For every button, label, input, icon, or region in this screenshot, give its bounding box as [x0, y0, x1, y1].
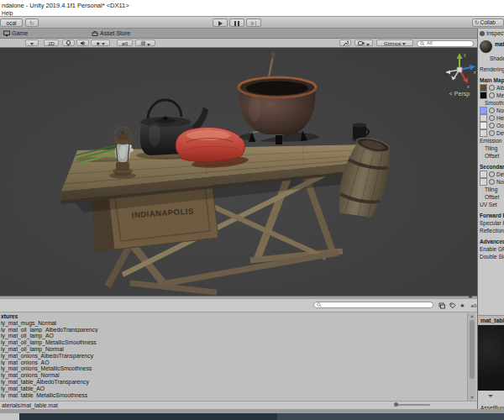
- inspector-row[interactable]: Albedo: [480, 84, 504, 92]
- scene-render[interactable]: INDIANAPOLIS: [0, 48, 477, 296]
- inspector-row[interactable]: Offset: [480, 193, 504, 201]
- search-by-type-icon[interactable]: [437, 302, 446, 310]
- project-item[interactable]: ly_mat_onions_AO: [0, 360, 467, 366]
- collab-button[interactable]: ↻Collab: [472, 18, 504, 27]
- gizmo-persp-label[interactable]: < Persp: [449, 91, 470, 97]
- project-folder-row[interactable]: xtures: [0, 313, 467, 320]
- chevron-down-icon: [366, 44, 370, 46]
- inspector-row-label: Height Map: [496, 114, 504, 122]
- project-item[interactable]: ly_mat_table_AO: [0, 386, 467, 392]
- texture-swatch[interactable]: [480, 122, 487, 129]
- inspector-row[interactable]: Height Map: [480, 114, 504, 122]
- tab-inspector[interactable]: Inspector: [477, 29, 504, 39]
- thumbnail-zoom-slider[interactable]: [395, 404, 430, 406]
- inspector-row[interactable]: Metallic: [480, 92, 504, 99]
- tool-settings-button[interactable]: [339, 39, 351, 46]
- scrollbar-handle[interactable]: [470, 320, 475, 379]
- texture-picker-icon[interactable]: [489, 92, 495, 98]
- texture-swatch[interactable]: [480, 92, 487, 99]
- project-item[interactable]: ly_mat_table_AlbedoTransparency: [0, 379, 467, 386]
- tab-game[interactable]: Game: [0, 29, 31, 39]
- texture-swatch[interactable]: [480, 114, 487, 122]
- project-scrollbar[interactable]: [467, 313, 475, 401]
- inspector-row[interactable]: UV Set: [480, 201, 504, 208]
- play-button[interactable]: [213, 18, 228, 27]
- inspector-row[interactable]: Reflections: [480, 227, 504, 234]
- collab-sync-icon[interactable]: ↻: [25, 18, 39, 27]
- inspector-row[interactable]: Normal Map: [480, 107, 504, 114]
- inspector-row[interactable]: Forward Rendering Options: [480, 212, 504, 219]
- inspector-row-label: Tiling: [480, 186, 497, 193]
- project-item[interactable]: ly_mat_oil_lamp_AO: [0, 333, 467, 339]
- scroll-down-icon[interactable]: [470, 396, 474, 399]
- scene-search-input[interactable]: All: [417, 40, 474, 47]
- texture-picker-icon[interactable]: [489, 130, 495, 136]
- scene-lighting-button[interactable]: [62, 39, 75, 46]
- chevron-down-icon[interactable]: [488, 395, 493, 397]
- pause-button[interactable]: [229, 18, 244, 27]
- draw-mode-dropdown[interactable]: [25, 39, 39, 46]
- favorites-star-icon[interactable]: ★: [459, 302, 466, 310]
- project-search-input[interactable]: [313, 302, 433, 308]
- toggle-2d-button[interactable]: 2D: [44, 39, 59, 46]
- project-item[interactable]: ly_mat_oil_lamp_MetallicSmoothness: [0, 339, 467, 346]
- material-preview-sphere: [480, 40, 492, 53]
- camera-settings-dropdown[interactable]: [354, 39, 373, 46]
- gizmos-dropdown[interactable]: Gizmos: [376, 39, 413, 46]
- grid-settings-dropdown[interactable]: [135, 39, 155, 46]
- shader-label[interactable]: Shader: [490, 55, 504, 61]
- slider-knob[interactable]: [394, 402, 398, 407]
- project-item[interactable]: ly_mat_onions_Normal: [0, 372, 467, 379]
- inspector-row[interactable]: Specular Highlights: [480, 219, 504, 227]
- main-toolbar: ocal ↻ ↻Collab: [0, 16, 504, 29]
- lock-icon[interactable]: [467, 293, 474, 298]
- texture-picker-icon[interactable]: [489, 85, 495, 91]
- inspector-row[interactable]: Main Maps: [480, 76, 504, 84]
- scene-visibility-button[interactable]: ø0: [117, 39, 133, 46]
- inspector-row[interactable]: Double Sided Global Illumination: [480, 253, 504, 260]
- inspector-row[interactable]: Emission: [480, 137, 504, 144]
- inspector-row[interactable]: Rendering Mode: [480, 66, 504, 73]
- inspector-row[interactable]: Secondary Maps: [480, 163, 504, 171]
- project-item[interactable]: ly_mat_oil_lamp_AlbedoTransparency: [0, 327, 467, 333]
- texture-picker-icon[interactable]: [489, 123, 495, 129]
- inspector-row-label: Secondary Maps: [480, 163, 504, 171]
- inspector-row[interactable]: Detail Albedo x2: [480, 171, 504, 178]
- project-item[interactable]: ly_mat_oil_lamp_Normal: [0, 346, 467, 353]
- project-item[interactable]: ly_mat_mugs_Normal: [0, 320, 467, 327]
- project-item[interactable]: ly_mat_table_MetallicSmoothness: [0, 392, 467, 399]
- inspector-row[interactable]: Normal Map: [480, 178, 504, 186]
- inspector-row[interactable]: Advanced Options: [480, 238, 504, 245]
- texture-picker-icon[interactable]: [489, 179, 495, 185]
- scene-viewport[interactable]: INDIANAPOLIS: [0, 48, 477, 296]
- texture-swatch[interactable]: [480, 178, 487, 186]
- project-item[interactable]: ly_mat_onions_MetallicSmoothness: [0, 365, 467, 372]
- texture-swatch[interactable]: [480, 171, 487, 178]
- texture-swatch[interactable]: [480, 84, 487, 92]
- inspector-row[interactable]: Tiling: [480, 144, 504, 152]
- inspector-row[interactable]: Occlusion: [480, 122, 504, 129]
- texture-swatch[interactable]: [480, 129, 487, 137]
- inspector-row-label: Metallic: [496, 92, 504, 99]
- menu-help[interactable]: Help: [2, 10, 13, 16]
- texture-picker-icon[interactable]: [489, 115, 495, 121]
- material-preview-box[interactable]: [478, 325, 504, 391]
- inspector-row[interactable]: Smoothness: [480, 99, 504, 107]
- inspector-row[interactable]: Detail Mask: [480, 129, 504, 137]
- search-by-label-icon[interactable]: [449, 302, 457, 310]
- texture-picker-icon[interactable]: [489, 171, 495, 177]
- inspector-row[interactable]: Offset: [480, 152, 504, 160]
- taskbar-notch: [0, 413, 19, 420]
- scene-audio-button[interactable]: [76, 39, 89, 46]
- tab-asset-store[interactable]: Asset Store: [88, 29, 134, 39]
- inspector-row[interactable]: Tiling: [480, 186, 504, 193]
- material-preview-title[interactable]: mat_table: [478, 315, 504, 325]
- texture-swatch[interactable]: [480, 107, 487, 114]
- project-item[interactable]: ly_mat_onions_AlbedoTransparency: [0, 353, 467, 360]
- step-button[interactable]: [246, 18, 261, 27]
- pivot-local-button[interactable]: ocal: [0, 18, 23, 27]
- inspector-row[interactable]: Enable GPU Instancing: [480, 245, 504, 253]
- scroll-up-icon[interactable]: [470, 315, 474, 318]
- texture-picker-icon[interactable]: [489, 108, 495, 113]
- scene-effects-dropdown[interactable]: ★: [91, 39, 110, 46]
